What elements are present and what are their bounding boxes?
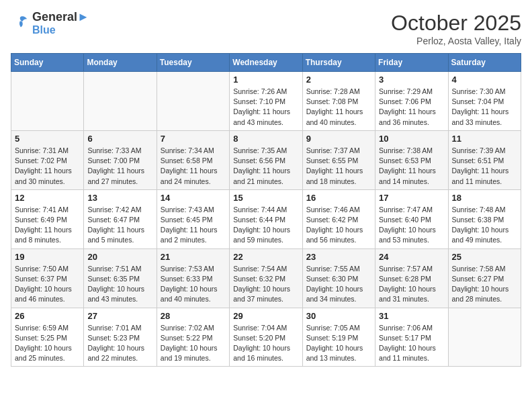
day-number: 31 bbox=[379, 311, 444, 321]
calendar-cell: 20Sunrise: 7:51 AM Sunset: 6:35 PM Dayli… bbox=[84, 248, 157, 308]
day-info: Sunrise: 7:58 AM Sunset: 6:27 PM Dayligh… bbox=[452, 264, 517, 305]
calendar-cell: 7Sunrise: 7:34 AM Sunset: 6:58 PM Daylig… bbox=[157, 130, 229, 189]
day-number: 21 bbox=[161, 252, 226, 262]
calendar-cell bbox=[11, 72, 84, 131]
weekday-header: Monday bbox=[84, 54, 157, 72]
weekday-header: Tuesday bbox=[157, 54, 229, 72]
day-info: Sunrise: 7:51 AM Sunset: 6:35 PM Dayligh… bbox=[87, 264, 152, 305]
day-number: 5 bbox=[15, 134, 80, 144]
calendar-cell: 25Sunrise: 7:58 AM Sunset: 6:27 PM Dayli… bbox=[448, 248, 521, 308]
day-info: Sunrise: 7:46 AM Sunset: 6:42 PM Dayligh… bbox=[306, 205, 371, 246]
calendar-week-row: 1Sunrise: 7:26 AM Sunset: 7:10 PM Daylig… bbox=[11, 72, 521, 131]
day-number: 11 bbox=[452, 134, 517, 144]
page-header: General► Blue October 2025 Perloz, Aosta… bbox=[11, 11, 521, 46]
day-number: 20 bbox=[87, 252, 152, 262]
calendar-cell: 11Sunrise: 7:39 AM Sunset: 6:51 PM Dayli… bbox=[448, 130, 521, 189]
day-info: Sunrise: 7:02 AM Sunset: 5:22 PM Dayligh… bbox=[161, 323, 226, 364]
calendar-cell: 31Sunrise: 7:06 AM Sunset: 5:17 PM Dayli… bbox=[375, 308, 448, 367]
day-number: 16 bbox=[306, 193, 371, 203]
calendar-cell: 16Sunrise: 7:46 AM Sunset: 6:42 PM Dayli… bbox=[302, 189, 375, 248]
day-number: 27 bbox=[87, 311, 152, 321]
day-number: 9 bbox=[306, 134, 371, 144]
day-info: Sunrise: 7:42 AM Sunset: 6:47 PM Dayligh… bbox=[87, 205, 152, 246]
calendar-cell: 30Sunrise: 7:05 AM Sunset: 5:19 PM Dayli… bbox=[302, 308, 375, 367]
logo-line2: Blue bbox=[32, 24, 89, 36]
logo-line1: General► bbox=[32, 11, 89, 24]
day-info: Sunrise: 7:35 AM Sunset: 6:56 PM Dayligh… bbox=[233, 146, 298, 187]
day-info: Sunrise: 7:34 AM Sunset: 6:58 PM Dayligh… bbox=[161, 146, 226, 187]
day-info: Sunrise: 7:38 AM Sunset: 6:53 PM Dayligh… bbox=[379, 146, 444, 187]
day-number: 28 bbox=[161, 311, 226, 321]
day-number: 8 bbox=[233, 134, 298, 144]
day-info: Sunrise: 6:59 AM Sunset: 5:25 PM Dayligh… bbox=[15, 323, 80, 364]
logo-icon bbox=[11, 14, 30, 33]
calendar-cell: 18Sunrise: 7:48 AM Sunset: 6:38 PM Dayli… bbox=[448, 189, 521, 248]
day-number: 19 bbox=[15, 252, 80, 262]
day-info: Sunrise: 7:48 AM Sunset: 6:38 PM Dayligh… bbox=[452, 205, 517, 246]
day-number: 23 bbox=[306, 252, 371, 262]
calendar-cell: 12Sunrise: 7:41 AM Sunset: 6:49 PM Dayli… bbox=[11, 189, 84, 248]
weekday-header: Thursday bbox=[302, 54, 375, 72]
day-info: Sunrise: 7:28 AM Sunset: 7:08 PM Dayligh… bbox=[306, 87, 371, 128]
calendar-week-row: 19Sunrise: 7:50 AM Sunset: 6:37 PM Dayli… bbox=[11, 248, 521, 308]
location-subtitle: Perloz, Aosta Valley, Italy bbox=[391, 36, 521, 46]
calendar-cell: 22Sunrise: 7:54 AM Sunset: 6:32 PM Dayli… bbox=[230, 248, 302, 308]
day-info: Sunrise: 7:53 AM Sunset: 6:33 PM Dayligh… bbox=[161, 264, 226, 305]
calendar-cell: 9Sunrise: 7:37 AM Sunset: 6:55 PM Daylig… bbox=[302, 130, 375, 189]
day-info: Sunrise: 7:39 AM Sunset: 6:51 PM Dayligh… bbox=[452, 146, 517, 187]
day-number: 17 bbox=[379, 193, 444, 203]
day-number: 2 bbox=[306, 75, 371, 85]
calendar-cell: 6Sunrise: 7:33 AM Sunset: 7:00 PM Daylig… bbox=[84, 130, 157, 189]
day-number: 29 bbox=[233, 311, 298, 321]
day-info: Sunrise: 7:55 AM Sunset: 6:30 PM Dayligh… bbox=[306, 264, 371, 305]
weekday-header: Wednesday bbox=[230, 54, 302, 72]
calendar-cell: 4Sunrise: 7:30 AM Sunset: 7:04 PM Daylig… bbox=[448, 72, 521, 131]
calendar-cell: 5Sunrise: 7:31 AM Sunset: 7:02 PM Daylig… bbox=[11, 130, 84, 189]
day-number: 30 bbox=[306, 311, 371, 321]
day-number: 14 bbox=[161, 193, 226, 203]
day-info: Sunrise: 7:04 AM Sunset: 5:20 PM Dayligh… bbox=[233, 323, 298, 364]
day-number: 18 bbox=[452, 193, 517, 203]
logo: General► Blue bbox=[11, 11, 89, 36]
calendar-cell bbox=[448, 308, 521, 367]
calendar-cell: 10Sunrise: 7:38 AM Sunset: 6:53 PM Dayli… bbox=[375, 130, 448, 189]
day-number: 4 bbox=[452, 75, 517, 85]
day-info: Sunrise: 7:57 AM Sunset: 6:28 PM Dayligh… bbox=[379, 264, 444, 305]
day-number: 15 bbox=[233, 193, 298, 203]
calendar-cell: 28Sunrise: 7:02 AM Sunset: 5:22 PM Dayli… bbox=[157, 308, 229, 367]
weekday-header: Sunday bbox=[11, 54, 84, 72]
day-number: 10 bbox=[379, 134, 444, 144]
day-number: 6 bbox=[87, 134, 152, 144]
month-title: October 2025 bbox=[391, 11, 521, 36]
calendar-cell bbox=[84, 72, 157, 131]
calendar-week-row: 12Sunrise: 7:41 AM Sunset: 6:49 PM Dayli… bbox=[11, 189, 521, 248]
day-info: Sunrise: 7:06 AM Sunset: 5:17 PM Dayligh… bbox=[379, 323, 444, 364]
calendar-cell: 26Sunrise: 6:59 AM Sunset: 5:25 PM Dayli… bbox=[11, 308, 84, 367]
calendar-cell: 17Sunrise: 7:47 AM Sunset: 6:40 PM Dayli… bbox=[375, 189, 448, 248]
calendar-table: SundayMondayTuesdayWednesdayThursdayFrid… bbox=[11, 53, 521, 367]
day-number: 26 bbox=[15, 311, 80, 321]
day-info: Sunrise: 7:33 AM Sunset: 7:00 PM Dayligh… bbox=[87, 146, 152, 187]
day-info: Sunrise: 7:43 AM Sunset: 6:45 PM Dayligh… bbox=[161, 205, 226, 246]
calendar-week-row: 5Sunrise: 7:31 AM Sunset: 7:02 PM Daylig… bbox=[11, 130, 521, 189]
calendar-cell: 3Sunrise: 7:29 AM Sunset: 7:06 PM Daylig… bbox=[375, 72, 448, 131]
calendar-cell: 23Sunrise: 7:55 AM Sunset: 6:30 PM Dayli… bbox=[302, 248, 375, 308]
day-info: Sunrise: 7:54 AM Sunset: 6:32 PM Dayligh… bbox=[233, 264, 298, 305]
calendar-cell: 29Sunrise: 7:04 AM Sunset: 5:20 PM Dayli… bbox=[230, 308, 302, 367]
calendar-cell: 19Sunrise: 7:50 AM Sunset: 6:37 PM Dayli… bbox=[11, 248, 84, 308]
day-info: Sunrise: 7:47 AM Sunset: 6:40 PM Dayligh… bbox=[379, 205, 444, 246]
day-number: 1 bbox=[233, 75, 298, 85]
day-info: Sunrise: 7:30 AM Sunset: 7:04 PM Dayligh… bbox=[452, 87, 517, 128]
day-info: Sunrise: 7:05 AM Sunset: 5:19 PM Dayligh… bbox=[306, 323, 371, 364]
calendar-cell: 24Sunrise: 7:57 AM Sunset: 6:28 PM Dayli… bbox=[375, 248, 448, 308]
day-number: 24 bbox=[379, 252, 444, 262]
day-number: 12 bbox=[15, 193, 80, 203]
day-info: Sunrise: 7:31 AM Sunset: 7:02 PM Dayligh… bbox=[15, 146, 80, 187]
day-number: 7 bbox=[161, 134, 226, 144]
day-info: Sunrise: 7:29 AM Sunset: 7:06 PM Dayligh… bbox=[379, 87, 444, 128]
title-block: October 2025 Perloz, Aosta Valley, Italy bbox=[391, 11, 521, 46]
day-number: 25 bbox=[452, 252, 517, 262]
day-info: Sunrise: 7:37 AM Sunset: 6:55 PM Dayligh… bbox=[306, 146, 371, 187]
day-info: Sunrise: 7:50 AM Sunset: 6:37 PM Dayligh… bbox=[15, 264, 80, 305]
weekday-header: Friday bbox=[375, 54, 448, 72]
